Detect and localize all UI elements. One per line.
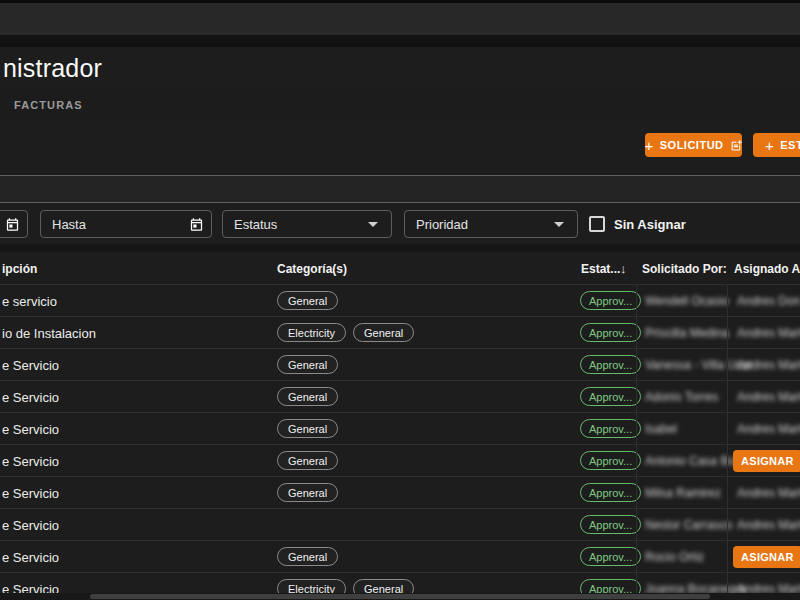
add-estimacion-button[interactable]: + ESTIM <box>753 133 800 157</box>
row-categoria-chips: General <box>277 387 338 406</box>
categoria-chip: Electricity <box>277 323 346 342</box>
table-row: e ServicioGeneralApprov...Rocio OrtizASI… <box>0 540 800 572</box>
post-add-icon <box>730 139 743 152</box>
filters-table-separator <box>0 244 800 252</box>
asignado-a-name: Andres Don <box>737 294 800 308</box>
solicitado-por-name: Adonis Torres <box>645 390 718 404</box>
asignado-a-name: Andres Martinez <box>737 390 800 404</box>
status-badge: Approv... <box>580 547 641 566</box>
solicitado-por-name: Priscilla Medina <box>645 326 729 340</box>
estatus-select-value: Estatus <box>234 217 277 232</box>
table-row: e ServicioApprov...Nestor CarrascoAndres… <box>0 508 800 540</box>
row-descripcion: e Servicio <box>2 422 59 437</box>
status-badge: Approv... <box>580 419 641 438</box>
column-divider <box>636 284 637 600</box>
solicitudes-table: ipción Categoría(s) Estat... ↓ Solicitad… <box>0 252 800 600</box>
asignar-button[interactable]: ASIGNAR <box>733 450 800 472</box>
status-badge: Approv... <box>580 483 641 502</box>
desde-date-input-clipped[interactable] <box>0 210 28 238</box>
categoria-chip: General <box>277 291 338 310</box>
status-badge: Approv... <box>580 355 641 374</box>
add-solicitud-button[interactable]: + SOLICITUD <box>645 133 742 157</box>
tabs-row: FACTURAS <box>0 88 800 120</box>
table-row: io de InstalacionElectricityGeneralAppro… <box>0 316 800 348</box>
row-categoria-chips: General <box>277 355 338 374</box>
prioridad-select[interactable]: Prioridad <box>404 210 578 238</box>
add-solicitud-label: SOLICITUD <box>660 139 724 151</box>
table-row: e ServicioGeneralApprov...IsabelAndres M… <box>0 412 800 444</box>
table-body: e servicioGeneralApprov...Wendell Ocasio… <box>0 284 800 600</box>
solicitado-por-name: Wendell Ocasio <box>645 294 729 308</box>
hasta-date-input[interactable]: Hasta <box>40 210 212 238</box>
header-categorias: Categoría(s) <box>277 262 347 276</box>
app-window: nistrador FACTURAS + SOLICITUD + ESTIM H… <box>0 0 800 600</box>
header-solicitado-por: Solicitado Por: <box>642 262 727 276</box>
row-descripcion: e Servicio <box>2 550 59 565</box>
calendar-icon[interactable] <box>5 217 20 232</box>
categoria-chip: General <box>277 547 338 566</box>
solicitado-por-name: Rocio Ortiz <box>645 550 704 564</box>
categoria-chip: General <box>277 419 338 438</box>
horizontal-scrollbar-track <box>0 593 800 600</box>
row-categoria-chips: General <box>277 451 338 470</box>
header-asignado-a: Asignado A: <box>734 262 800 276</box>
status-badge: Approv... <box>580 387 641 406</box>
table-row: e ServicioGeneralApprov...Antonio Casa B… <box>0 444 800 476</box>
solicitado-por-name: Milsa Ramirez <box>645 486 721 500</box>
categoria-chip: General <box>277 451 338 470</box>
tab-facturas[interactable]: FACTURAS <box>14 99 83 111</box>
title-bar: nistrador <box>0 47 800 88</box>
asignado-a-name: Andres Martinez <box>737 486 800 500</box>
plus-icon: + <box>644 138 653 153</box>
row-categoria-chips: General <box>277 483 338 502</box>
top-navigation-bar <box>0 3 800 35</box>
sin-asignar-checkbox[interactable] <box>589 216 605 232</box>
asignar-button[interactable]: ASIGNAR <box>733 546 800 568</box>
table-header-row: ipción Categoría(s) Estat... ↓ Solicitad… <box>0 252 800 284</box>
chevron-down-icon <box>554 222 564 227</box>
calendar-icon[interactable] <box>189 217 204 232</box>
categoria-chip: General <box>277 387 338 406</box>
asignado-a-name: Andres Martinez <box>737 358 800 372</box>
categoria-chip: General <box>353 323 414 342</box>
header-estatus-sort[interactable]: Estat... <box>581 262 620 276</box>
row-descripcion: e Servicio <box>2 358 59 373</box>
row-descripcion: e Servicio <box>2 486 59 501</box>
row-descripcion: io de Instalacion <box>2 326 96 341</box>
row-categoria-chips: General <box>277 547 338 566</box>
asignado-a-name: Andres Martinez <box>737 518 800 532</box>
estatus-select[interactable]: Estatus <box>222 210 392 238</box>
solicitado-por-name: Nestor Carrasco <box>645 518 732 532</box>
row-categoria-chips: General <box>277 419 338 438</box>
column-divider <box>727 284 728 600</box>
status-badge: Approv... <box>580 291 641 310</box>
plus-icon: + <box>765 138 774 153</box>
row-descripcion: e Servicio <box>2 518 59 533</box>
row-categoria-chips: ElectricityGeneral <box>277 323 414 342</box>
row-descripcion: e servicio <box>2 294 57 309</box>
table-row: e ServicioGeneralApprov...Milsa RamirezA… <box>0 476 800 508</box>
categoria-chip: General <box>277 483 338 502</box>
status-badge: Approv... <box>580 323 641 342</box>
table-row: e ServicioGeneralApprov...Vanessa - Vill… <box>0 348 800 380</box>
row-categoria-chips: General <box>277 291 338 310</box>
solicitado-por-name: Isabel <box>645 422 677 436</box>
asignado-a-name: Andres Martinez <box>737 422 800 436</box>
table-row: e ServicioGeneralApprov...Adonis TorresA… <box>0 380 800 412</box>
horizontal-scrollbar-thumb[interactable] <box>90 594 710 599</box>
row-descripcion: e Servicio <box>2 454 59 469</box>
header-descripcion: ipción <box>2 262 37 276</box>
chevron-down-icon <box>368 222 378 227</box>
sort-desc-icon[interactable]: ↓ <box>620 261 627 276</box>
table-row: e servicioGeneralApprov...Wendell Ocasio… <box>0 284 800 316</box>
hasta-placeholder: Hasta <box>52 217 86 232</box>
add-estimacion-label: ESTIM <box>780 139 800 151</box>
row-descripcion: e Servicio <box>2 390 59 405</box>
search-panel-clipped[interactable] <box>0 175 800 203</box>
status-badge: Approv... <box>580 451 641 470</box>
page-title: nistrador <box>0 47 800 83</box>
header-separator-band <box>0 35 800 47</box>
sin-asignar-label: Sin Asignar <box>614 217 686 232</box>
status-badge: Approv... <box>580 515 641 534</box>
prioridad-select-value: Prioridad <box>416 217 468 232</box>
